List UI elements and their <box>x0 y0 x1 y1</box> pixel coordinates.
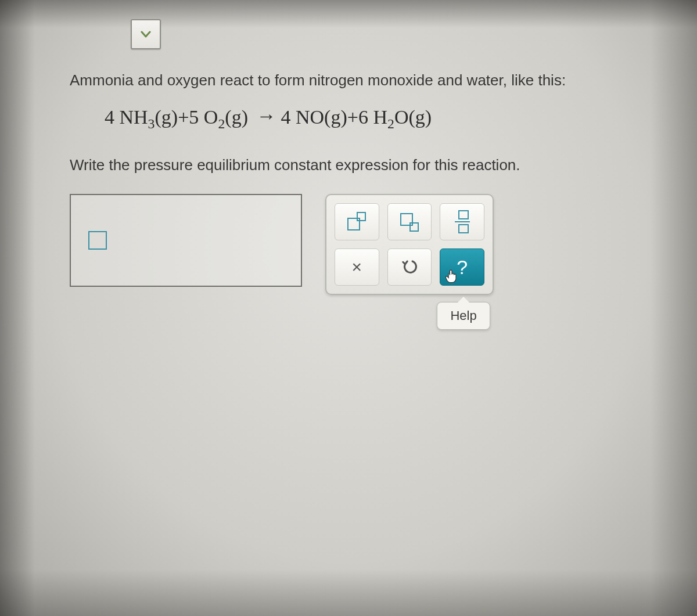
reactant-2-sub: 2 <box>218 116 225 131</box>
undo-button[interactable] <box>387 248 432 286</box>
dropdown-toggle[interactable] <box>131 19 161 49</box>
answer-input[interactable] <box>70 194 302 287</box>
arrow-icon: → <box>256 105 276 127</box>
question-prompt: Write the pressure equilibrium constant … <box>70 154 627 176</box>
plus-1: + <box>178 106 189 128</box>
reactant-1: NH <box>120 106 148 128</box>
product-1: NO <box>296 106 324 128</box>
undo-icon <box>401 258 418 276</box>
answer-placeholder-box <box>88 231 107 250</box>
state-1: (g) <box>155 106 178 128</box>
question-intro: Ammonia and oxygen react to form nitroge… <box>70 70 627 92</box>
x-icon: × <box>352 257 362 277</box>
product-2a: H <box>373 106 387 128</box>
state-4: (g) <box>408 106 432 128</box>
help-button[interactable]: ? <box>440 248 484 286</box>
product-2b: O <box>394 106 409 128</box>
equation-tool-panel: × ? <box>325 194 494 295</box>
coef-4: 6 <box>358 106 368 128</box>
question-mark-icon: ? <box>457 256 468 279</box>
subscript-button[interactable] <box>387 203 432 240</box>
clear-button[interactable]: × <box>335 248 379 286</box>
state-3: (g) <box>324 106 347 128</box>
state-2: (g) <box>225 106 248 128</box>
help-tooltip-label: Help <box>450 308 476 323</box>
superscript-button[interactable] <box>335 203 379 240</box>
chevron-down-icon <box>139 27 153 41</box>
coef-1: 4 <box>105 106 114 128</box>
product-2-sub: 2 <box>387 116 394 131</box>
help-tooltip: Help <box>437 302 490 330</box>
reaction-equation: 4 NH3(g)+5 O2(g) →4 NO(g)+6 H2O(g) <box>105 106 627 132</box>
plus-2: + <box>347 106 358 128</box>
reactant-1-sub: 3 <box>148 116 155 131</box>
coef-3: 4 <box>281 106 290 128</box>
coef-2: 5 <box>189 106 199 128</box>
reactant-2: O <box>204 106 218 128</box>
fraction-button[interactable] <box>440 203 484 240</box>
